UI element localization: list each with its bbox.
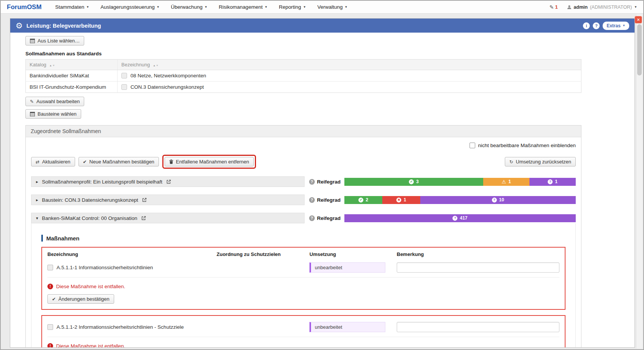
- check-icon: ✔: [52, 297, 56, 301]
- scrollbar-thumb[interactable]: [637, 24, 642, 75]
- remark-cell: [397, 262, 559, 273]
- external-link-icon[interactable]: [142, 198, 147, 202]
- page-header: ⚙ Leistung: Belegverarbeitung i ? Extras…: [10, 19, 635, 33]
- maturity-bar: ✔3 ⚠1 ?1: [344, 178, 576, 186]
- implementation-status-select[interactable]: unbearbeitet: [309, 322, 385, 332]
- menu-verwaltung[interactable]: Verwaltung▼: [317, 4, 348, 10]
- group-row-baustein: ▸ Baustein: CON.3 Datensicherungskonzept…: [31, 195, 576, 205]
- maturity-segment-unknown: ?1: [529, 178, 576, 186]
- list-icon: [30, 39, 35, 43]
- implementation-cell: unbearbeitet: [309, 262, 397, 273]
- question-circle-icon: ?: [452, 216, 457, 221]
- chevron-down-icon: ▼: [157, 6, 160, 9]
- measures-heading: Maßnahmen: [46, 235, 80, 242]
- extras-label: Extras: [606, 23, 620, 28]
- heading-accent-bar: [41, 235, 43, 242]
- katalog-cell: Bankindividueller SiMaKat: [26, 70, 118, 82]
- implementation-cell: unbearbeitet: [309, 322, 397, 332]
- group-toggle-control[interactable]: ▾ Banken-SiMaKat Control: 00 Organisatio…: [31, 213, 305, 223]
- katalog-cell: BSI IT-Grundschutz-Kompendium: [26, 82, 118, 93]
- measure-icon: [121, 73, 127, 78]
- sort-icon: ▲▼: [153, 64, 159, 67]
- vertical-scrollbar[interactable]: [636, 14, 642, 348]
- group-row-control: ▾ Banken-SiMaKat Control: 00 Organisatio…: [31, 213, 576, 223]
- page-title: Leistung: Belegverarbeitung: [27, 23, 101, 29]
- measures-heading-row: Maßnahmen: [41, 235, 565, 242]
- chevron-right-icon: ▸: [36, 198, 38, 202]
- chevron-down-icon: ▼: [622, 24, 625, 27]
- maturity-segment-ok: ✔3: [344, 178, 483, 186]
- menu-label: Überwachung: [171, 4, 203, 10]
- segment-count: 1: [404, 197, 406, 202]
- app-logo[interactable]: ForumOSM: [7, 3, 42, 11]
- maturity-segment-unknown: ?417: [344, 214, 576, 222]
- implementation-status-select[interactable]: unbearbeitet: [309, 262, 385, 273]
- col-schutzziele: Zuordnung zu Schutzzielen: [217, 251, 309, 257]
- measure-checkbox[interactable]: [47, 265, 53, 270]
- header-actions: i ? Extras▼: [583, 22, 629, 30]
- extras-button[interactable]: Extras▼: [603, 22, 629, 30]
- group-title: Banken-SiMaKat Control: 00 Organisation: [42, 215, 137, 221]
- menu-ueberwachung[interactable]: Überwachung▼: [171, 4, 207, 10]
- confirm-new-measures-button[interactable]: ✔ Neue Maßnahmen bestätigen: [79, 157, 159, 166]
- user-menu[interactable]: admin (ADMINISTRATOR) ▼: [567, 5, 637, 10]
- button-label: Entfallene Maßnahmen entfernen: [176, 159, 249, 165]
- check-circle-icon: ✔: [409, 179, 414, 184]
- maturity-segment-error: ✖1: [382, 196, 420, 204]
- table-header-row: Katalog▲▼ Bezeichnung▲▼: [26, 60, 581, 70]
- maturity-bar: ✔2 ✖1 ?10: [344, 196, 576, 204]
- maturity-label: Reifegrad: [317, 179, 341, 185]
- measure-name: A.5.1.1-2 Informationssicherheitsrichtli…: [57, 324, 184, 330]
- measure-row: A.5.1.1-1 Informationssicherheitsrichtli…: [47, 260, 559, 278]
- group-toggle-baustein[interactable]: ▸ Baustein: CON.3 Datensicherungskonzept: [31, 195, 305, 205]
- error-circle-icon: !: [47, 284, 53, 289]
- measure-header-row: Bezeichnung Zuordnung zu Schutzzielen Um…: [47, 251, 559, 260]
- warning-text: Diese Maßnahme ist entfallen.: [56, 343, 125, 348]
- table-row[interactable]: Bankindividueller SiMaKat 08 Netze, Netz…: [26, 70, 581, 82]
- remove-dropped-measures-button[interactable]: Entfallene Maßnahmen entfernen: [165, 157, 254, 166]
- warning-text: Diese Maßnahme ist entfallen.: [56, 284, 125, 289]
- table-row[interactable]: BSI IT-Grundschutz-Kompendium CON.3 Date…: [26, 82, 581, 93]
- main-window: ⚙ Leistung: Belegverarbeitung i ? Extras…: [10, 18, 635, 348]
- measure-checkbox[interactable]: [47, 324, 53, 330]
- measure-card: A.5.1.1-2 Informationssicherheitsrichtli…: [41, 315, 565, 348]
- confirm-changes-button[interactable]: ✔ Änderungen bestätigen: [47, 294, 114, 304]
- choose-blocks-button[interactable]: Bausteine wählen: [25, 109, 81, 119]
- reset-implementation-button[interactable]: ↻ Umsetzung zurücksetzen: [505, 157, 576, 166]
- remark-input[interactable]: [397, 322, 559, 332]
- edit-selection-button[interactable]: ✎ Auswahl bearbeiten: [25, 97, 84, 106]
- remark-input[interactable]: [397, 262, 559, 273]
- choose-from-list-button[interactable]: Aus Liste wählen…: [25, 36, 84, 46]
- chevron-down-icon: ▾: [36, 216, 38, 220]
- panel-title: Zugeordnete Sollmaßnahmen: [26, 126, 581, 137]
- button-label: Neue Maßnahmen bestätigen: [90, 159, 154, 165]
- menu-risikomanagement[interactable]: Risikomanagement▼: [219, 4, 267, 10]
- nav-right: ✎ 1 admin (ADMINISTRATOR) ▼: [550, 4, 637, 10]
- question-circle-icon: ?: [309, 197, 315, 203]
- user-role: (ADMINISTRATOR): [590, 5, 632, 10]
- external-link-icon[interactable]: [141, 216, 146, 221]
- column-katalog[interactable]: Katalog▲▼: [26, 60, 118, 70]
- refresh-button[interactable]: ⇄ Aktualisieren: [31, 157, 75, 166]
- col-bezeichnung: Bezeichnung: [47, 251, 217, 257]
- button-label: Umsetzung zurücksetzen: [516, 159, 571, 165]
- close-button[interactable]: ✕: [635, 16, 642, 24]
- menu-stammdaten[interactable]: Stammdaten▼: [55, 4, 89, 10]
- pending-edits-indicator[interactable]: ✎ 1: [550, 4, 558, 10]
- maturity-bar: ?417: [344, 214, 576, 222]
- measure-name-cell: A.5.1.1-1 Informationssicherheitsrichtli…: [47, 265, 217, 270]
- help-icon[interactable]: ?: [593, 22, 600, 29]
- menu-reporting[interactable]: Reporting▼: [279, 4, 306, 10]
- menu-auslagerungssteuerung[interactable]: Auslagerungssteuerung▼: [101, 4, 160, 10]
- group-toggle-profil[interactable]: ▸ Sollmaßnahmenprofil: Ein Leistungsprof…: [31, 176, 305, 187]
- info-icon[interactable]: i: [583, 22, 590, 29]
- column-bezeichnung[interactable]: Bezeichnung▲▼: [118, 60, 581, 70]
- button-label: Aus Liste wählen…: [38, 38, 80, 44]
- bezeichnung-cell: CON.3 Datensicherungskonzept: [118, 82, 581, 93]
- segment-count: 1: [508, 179, 511, 184]
- measure-name: A.5.1.1-1 Informationssicherheitsrichtli…: [57, 265, 153, 270]
- show-uneditable-label: nicht bearbeitbare Maßnahmen einblenden: [478, 143, 576, 148]
- external-link-icon[interactable]: [166, 179, 171, 184]
- menu-label: Stammdaten: [55, 4, 85, 10]
- show-uneditable-checkbox[interactable]: [470, 143, 475, 148]
